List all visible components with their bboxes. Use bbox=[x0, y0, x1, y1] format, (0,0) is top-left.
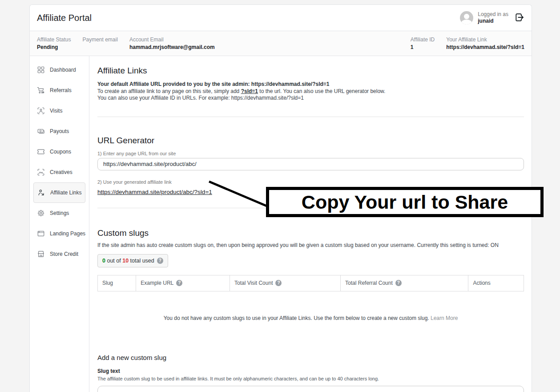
sidebar-item-store-credit[interactable]: Store Credit bbox=[30, 244, 89, 264]
empty-message-text: You do not have any custom slugs to use … bbox=[164, 315, 429, 321]
sidebar-item-affiliate-links[interactable]: Affiliate Links bbox=[33, 182, 85, 203]
slug-text-description: The affiliate custom slug to be used in … bbox=[97, 376, 524, 381]
affiliate-status-value: Pending bbox=[37, 44, 71, 50]
sidebar-label: Landing Pages bbox=[50, 230, 85, 237]
page-url-input[interactable] bbox=[97, 158, 524, 170]
payment-email-label: Payment email bbox=[83, 36, 118, 43]
sidebar-item-payouts[interactable]: Payouts bbox=[30, 121, 89, 141]
affiliate-id-value: 1 bbox=[411, 44, 435, 50]
custom-slugs-description: If the site admin has auto create custom… bbox=[97, 242, 524, 248]
affiliate-links-heading: Affiliate Links bbox=[97, 66, 524, 76]
sidebar-label: Affiliate Links bbox=[50, 190, 81, 196]
col-total-visit-count: Total Visit Count? bbox=[230, 275, 340, 291]
sidebar-label: Visits bbox=[50, 108, 62, 114]
info-affiliate-status: Affiliate Status Pending bbox=[37, 36, 71, 50]
logout-button[interactable] bbox=[515, 12, 524, 24]
annotation-callout: Copy Your url to Share bbox=[266, 187, 544, 217]
sld-param-link[interactable]: ?sld=1 bbox=[241, 88, 258, 94]
sidebar-label: Creatives bbox=[50, 169, 73, 175]
info-your-affiliate-link: Your Affiliate Link https://devhammad.si… bbox=[446, 36, 524, 50]
generated-affiliate-link[interactable]: https://devhammad.site/product/abc/?sld=… bbox=[97, 189, 212, 195]
sidebar-label: Store Credit bbox=[50, 251, 78, 257]
affiliate-info-bar: Affiliate Status Pending Payment email A… bbox=[30, 31, 532, 56]
help-icon[interactable]: ? bbox=[176, 280, 182, 286]
col-label: Example URL bbox=[141, 280, 173, 286]
page-title: Affiliate Portal bbox=[37, 13, 92, 23]
url-generator-heading: URL Generator bbox=[97, 136, 524, 145]
default-affiliate-url-line: Your default Affiliate URL provided to y… bbox=[97, 81, 524, 88]
affiliate-instructions-line: To create an affiliate link to any page … bbox=[97, 88, 524, 95]
sidebar-label: Settings bbox=[50, 210, 69, 216]
login-status: Logged in as junaid bbox=[478, 11, 508, 24]
usage-suffix-text: total used bbox=[129, 258, 154, 264]
col-total-referral-count: Total Referral Count? bbox=[341, 275, 468, 291]
landing-pages-window-icon bbox=[37, 230, 45, 238]
col-label: Total Visit Count bbox=[234, 280, 273, 286]
sidebar: Dashboard Referrals Visits bbox=[30, 56, 89, 392]
user-area: Logged in as junaid bbox=[460, 11, 524, 24]
sidebar-item-landing-pages[interactable]: Landing Pages bbox=[30, 223, 89, 244]
settings-gear-icon bbox=[37, 209, 45, 217]
info-payment-email: Payment email bbox=[83, 36, 118, 50]
usage-middle-text: out of bbox=[105, 258, 122, 264]
url-step1-label: 1) Enter any page URL from our site bbox=[97, 151, 524, 156]
help-icon[interactable]: ? bbox=[275, 280, 282, 286]
slugs-total-count: 10 bbox=[122, 258, 129, 264]
slug-text-label: Slug text bbox=[97, 368, 524, 374]
empty-slugs-message: You do not have any custom slugs to use … bbox=[97, 315, 524, 321]
store-credit-shop-icon bbox=[37, 250, 45, 258]
add-slug-heading: Add a new custom slug bbox=[97, 354, 524, 361]
affiliate-links-person-arrow-icon bbox=[37, 189, 45, 197]
info-affiliate-id: Affiliate ID 1 bbox=[411, 36, 435, 50]
annotation-text: Copy Your url to Share bbox=[302, 191, 508, 213]
top-header: Affiliate Portal Logged in as junaid bbox=[30, 5, 532, 31]
sidebar-item-creatives[interactable]: Creatives bbox=[30, 162, 89, 182]
your-affiliate-link-label: Your Affiliate Link bbox=[446, 36, 524, 43]
col-slug: Slug bbox=[98, 275, 136, 291]
slug-text-input[interactable] bbox=[97, 386, 524, 392]
info-right-group: Affiliate ID 1 Your Affiliate Link https… bbox=[411, 36, 524, 50]
col-label: Total Referral Count bbox=[345, 280, 393, 286]
info-account-email: Account Email hammad.mrjsoftware@gmail.c… bbox=[129, 36, 215, 50]
slug-usage-badge: 0 out of 10 total used ? bbox=[97, 254, 168, 267]
instruction-suffix: to the url. You can also use the URL gen… bbox=[258, 88, 385, 94]
annotation-arrow bbox=[205, 178, 272, 210]
creatives-image-icon bbox=[37, 168, 45, 176]
instruction-prefix: To create an affiliate link to any page … bbox=[97, 88, 241, 94]
dashboard-icon bbox=[37, 66, 45, 74]
sidebar-item-settings[interactable]: Settings bbox=[30, 203, 89, 223]
url-step2-label: 2) Use your generated affiliate link bbox=[97, 179, 524, 185]
sidebar-label: Payouts bbox=[50, 128, 69, 134]
sidebar-label: Referrals bbox=[50, 87, 72, 93]
logged-in-as-label: Logged in as bbox=[478, 11, 508, 18]
col-actions: Actions bbox=[468, 275, 524, 291]
section-divider bbox=[97, 117, 524, 117]
sidebar-label: Coupons bbox=[50, 149, 71, 155]
col-label: Slug bbox=[102, 280, 113, 286]
learn-more-link[interactable]: Learn More bbox=[431, 315, 458, 321]
avatar bbox=[460, 11, 473, 24]
slugs-used-count: 0 bbox=[102, 258, 105, 264]
sidebar-item-visits[interactable]: Visits bbox=[30, 101, 89, 121]
account-email-label: Account Email bbox=[129, 36, 215, 43]
referrals-cart-icon bbox=[37, 86, 45, 94]
sidebar-item-dashboard[interactable]: Dashboard bbox=[30, 60, 89, 80]
main-content: Affiliate Links Your default Affiliate U… bbox=[89, 56, 532, 392]
payment-email-value bbox=[83, 44, 118, 50]
coupon-ticket-icon bbox=[37, 148, 45, 156]
your-affiliate-link-value: https://devhammad.site/?sld=1 bbox=[446, 44, 524, 50]
info-left-group: Affiliate Status Pending Payment email A… bbox=[37, 36, 215, 50]
affiliate-id-url-line: You can also use your Affiliate ID in UR… bbox=[97, 95, 524, 102]
affiliate-status-label: Affiliate Status bbox=[37, 36, 71, 43]
sidebar-item-coupons[interactable]: Coupons bbox=[30, 141, 89, 162]
help-icon[interactable]: ? bbox=[157, 258, 163, 264]
help-icon[interactable]: ? bbox=[395, 280, 402, 286]
payouts-money-icon bbox=[37, 127, 45, 135]
logout-icon bbox=[515, 12, 524, 24]
account-email-value: hammad.mrjsoftware@gmail.com bbox=[129, 44, 215, 50]
custom-slugs-table: Slug Example URL? Total Visit Count? Tot… bbox=[97, 275, 524, 291]
col-example-url: Example URL? bbox=[136, 275, 230, 291]
slug-usage-text: 0 out of 10 total used bbox=[102, 258, 154, 264]
sidebar-item-referrals[interactable]: Referrals bbox=[30, 80, 89, 101]
visits-person-scan-icon bbox=[37, 107, 45, 115]
